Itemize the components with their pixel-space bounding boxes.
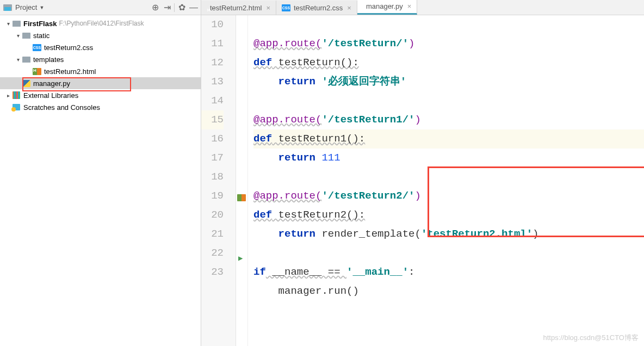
tree-folder-static[interactable]: ▾ static [0, 29, 201, 41]
tree-root[interactable]: ▾ FirstFlask F:\PythonFile\0412\FirstFla… [0, 17, 201, 29]
folder-icon [22, 57, 30, 63]
tree-label: testReturn2.css [44, 44, 93, 52]
editor-tabs: testReturn2.html × CSS testReturn2.css ×… [201, 0, 644, 15]
tree-file-css[interactable]: ▾ CSS testReturn2.css [0, 41, 201, 53]
line-number: 10 [201, 15, 224, 34]
line-number-gutter: 10 11 12 13 14 15 16 17 18 19 20 21 22 2… [201, 15, 236, 346]
close-icon[interactable]: × [347, 4, 351, 12]
line-number: 19 [201, 187, 224, 206]
watermark: https://blog.csdn@51CTO博客 [543, 333, 639, 343]
chevron-down-icon[interactable]: ▾ [4, 21, 12, 27]
tree-path: F:\PythonFile\0412\FirstFlask [59, 20, 144, 27]
line-number: 22 [201, 244, 224, 263]
css-icon: CSS [33, 44, 41, 51]
chevron-right-icon[interactable]: ▸ [4, 92, 12, 98]
tab-testreturn2-css[interactable]: CSS testReturn2.css × [276, 1, 357, 15]
tree-scratches[interactable]: ▸ Scratches and Consoles [0, 101, 201, 113]
tree-external-libraries[interactable]: ▸ External Libraries [0, 89, 201, 101]
tab-label: manager.py [366, 2, 403, 10]
css-icon: CSS [282, 4, 290, 11]
tab-testreturn2-html[interactable]: testReturn2.html × [201, 1, 276, 15]
code-content[interactable]: @app.route('/testReturn/')def testReturn… [248, 15, 644, 346]
divider [174, 3, 175, 12]
gear-icon[interactable]: ✿ [176, 2, 188, 14]
project-tree: ▾ FirstFlask F:\PythonFile\0412\FirstFla… [0, 15, 201, 113]
sidebar-header: Project ▼ ⊕ ⇥ ✿ — [0, 0, 201, 15]
tree-label: static [33, 32, 49, 40]
tree-file-manager[interactable]: ▾ manager.py [0, 77, 201, 89]
project-icon [3, 4, 12, 11]
hide-icon[interactable]: — [188, 2, 200, 14]
chevron-down-icon[interactable]: ▾ [14, 57, 22, 63]
line-number: 14 [201, 91, 224, 110]
editor-area: testReturn2.html × CSS testReturn2.css ×… [201, 0, 644, 346]
line-number: 11 [201, 34, 224, 53]
line-number: 23 [201, 263, 224, 282]
line-number: 17 [201, 149, 224, 168]
line-number: 16 [201, 129, 224, 149]
library-icon [13, 91, 20, 99]
line-number: 18 [201, 168, 224, 187]
marker-gutter: ▶ [236, 15, 248, 346]
code-editor[interactable]: 10 11 12 13 14 15 16 17 18 19 20 21 22 2… [201, 15, 644, 346]
line-number: 21 [201, 225, 224, 244]
chevron-down-icon[interactable]: ▼ [39, 5, 44, 10]
tab-label: testReturn2.html [210, 4, 262, 12]
html-icon [33, 68, 41, 75]
line-number: 13 [201, 72, 224, 91]
tree-label: testReturn2.html [44, 67, 96, 76]
html-marker-icon [237, 194, 246, 201]
python-icon [22, 80, 30, 87]
tree-label: Scratches and Consoles [23, 103, 100, 112]
project-label[interactable]: Project [15, 3, 37, 11]
project-sidebar: Project ▼ ⊕ ⇥ ✿ — ▾ FirstFlask F:\Python… [0, 0, 201, 346]
tree-label: manager.py [33, 79, 70, 88]
line-number: 12 [201, 53, 224, 72]
run-arrow-icon[interactable]: ▶ [238, 249, 243, 268]
tab-manager-py[interactable]: manager.py × [357, 0, 418, 15]
close-icon[interactable]: × [407, 2, 412, 10]
tree-folder-templates[interactable]: ▾ templates [0, 53, 201, 65]
close-icon[interactable]: × [266, 4, 270, 12]
scratch-icon [13, 104, 20, 110]
tab-label: testReturn2.css [294, 4, 343, 12]
line-number: 20 [201, 206, 224, 225]
tree-label: External Libraries [23, 91, 78, 100]
line-number: 15 [201, 110, 224, 129]
tree-label: FirstFlask [23, 20, 57, 28]
target-icon[interactable]: ⊕ [149, 2, 161, 14]
tree-file-html[interactable]: ▾ testReturn2.html [0, 65, 201, 77]
tree-label: templates [33, 55, 64, 64]
chevron-down-icon[interactable]: ▾ [14, 33, 22, 39]
folder-icon [22, 33, 30, 39]
collapse-icon[interactable]: ⇥ [161, 2, 173, 14]
folder-icon [13, 21, 21, 27]
